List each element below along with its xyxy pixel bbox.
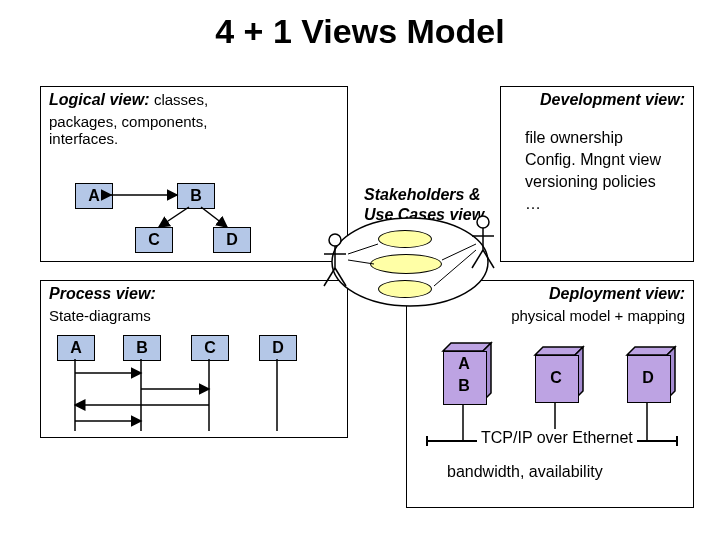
deployment-bus-label: TCP/IP over Ethernet	[477, 429, 637, 447]
development-list: file ownership Config. Mngnt view versio…	[525, 127, 661, 215]
svg-line-37	[434, 250, 476, 286]
logical-view-box: Logical view: classes, packages, compone…	[40, 86, 348, 262]
development-title: Development view:	[540, 91, 685, 109]
process-lines	[41, 281, 347, 437]
actor-connectors	[330, 230, 500, 310]
logical-edges	[41, 87, 347, 261]
diagram-canvas: 4 + 1 Views Model Logical view: classes,…	[0, 0, 720, 540]
process-view-box: Process view: State-diagrams A B C D	[40, 280, 348, 438]
svg-line-36	[442, 244, 476, 260]
center-title1: Stakeholders &	[364, 186, 480, 204]
svg-line-35	[348, 260, 374, 264]
svg-point-29	[477, 216, 489, 228]
page-title: 4 + 1 Views Model	[0, 12, 720, 51]
svg-line-1	[159, 207, 189, 227]
deployment-footer: bandwidth, availability	[447, 463, 603, 481]
svg-line-34	[348, 244, 378, 254]
development-view-box: Development view: file ownership Config.…	[500, 86, 694, 262]
svg-line-2	[201, 207, 227, 227]
